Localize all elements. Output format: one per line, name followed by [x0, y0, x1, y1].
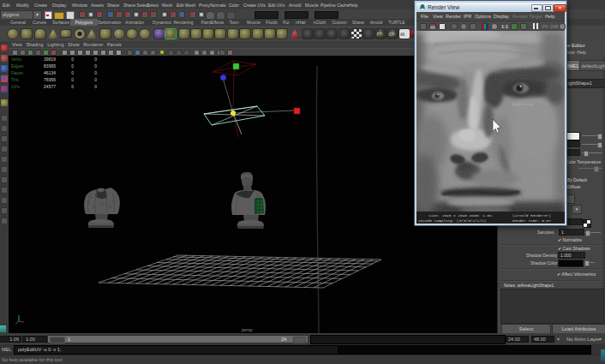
svg-text:83965: 83965: [44, 63, 56, 69]
svg-text:0: 0: [71, 57, 74, 62]
svg-text:Verts:: Verts:: [11, 57, 22, 62]
svg-text:46134: 46134: [44, 70, 56, 75]
svg-text:0: 0: [94, 84, 97, 89]
svg-text:0: 0: [94, 63, 97, 69]
svg-text:24577: 24577: [44, 84, 56, 89]
svg-text:0: 0: [94, 57, 97, 62]
svg-text:Tris:: Tris:: [11, 77, 20, 82]
svg-text:0.571 0.04: 0.571 0.04: [512, 103, 534, 106]
svg-text:persp: persp: [242, 327, 253, 332]
svg-text:0: 0: [71, 70, 74, 75]
svg-text:0: 0: [71, 84, 74, 89]
svg-text:UVs:: UVs:: [11, 84, 21, 89]
svg-text:Faces:: Faces:: [11, 70, 24, 75]
svg-text:76956: 76956: [44, 77, 56, 82]
svg-text:0: 0: [94, 77, 97, 82]
svg-text:0: 0: [71, 63, 74, 69]
svg-text:Edges:: Edges:: [11, 63, 25, 69]
svg-text:0: 0: [94, 70, 97, 75]
svg-text:0: 0: [71, 77, 74, 82]
svg-text:39819: 39819: [44, 57, 56, 62]
